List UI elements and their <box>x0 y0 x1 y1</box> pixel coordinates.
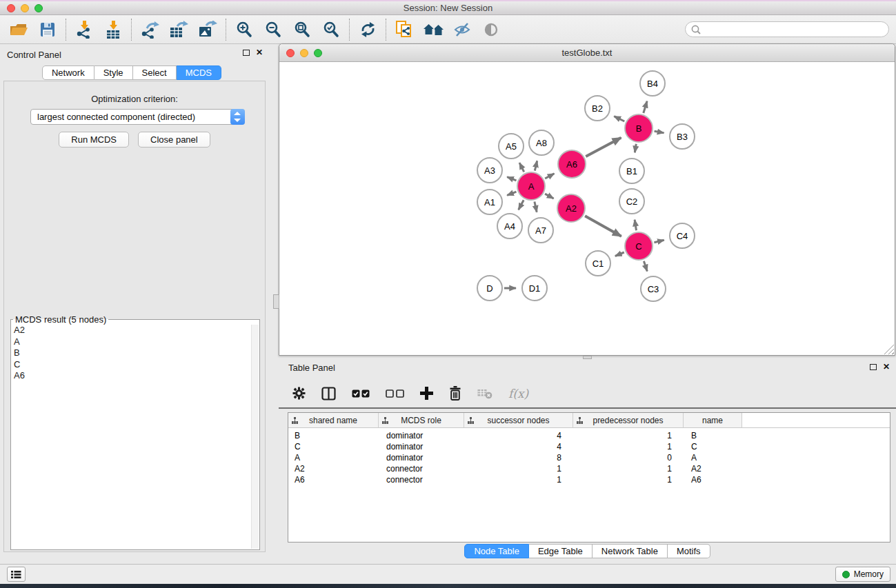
graph-edge-A-A3[interactable] <box>507 177 516 181</box>
graph-node-C[interactable]: C <box>624 232 653 261</box>
table-row[interactable]: A6connector11A6 <box>288 474 890 485</box>
graph-edge-B-B4[interactable] <box>644 101 647 113</box>
graph-edge-A-A6[interactable] <box>545 174 554 179</box>
duplicate-network-icon[interactable] <box>392 18 416 41</box>
graph-edge-A-A5[interactable] <box>519 163 524 172</box>
graph-edge-C-C1[interactable] <box>615 252 624 256</box>
zoom-fit-icon[interactable] <box>290 18 314 41</box>
tab-style[interactable]: Style <box>94 65 133 80</box>
float-panel-icon[interactable] <box>243 50 250 56</box>
graph-edge-A2-C[interactable] <box>585 216 621 236</box>
tab-edge-table[interactable]: Edge Table <box>529 544 593 558</box>
graph-node-B1[interactable]: B1 <box>619 158 645 184</box>
graph-edge-A-A2[interactable] <box>545 194 554 199</box>
result-scrollbar[interactable] <box>251 325 259 549</box>
result-item[interactable]: C <box>12 359 250 371</box>
graph-edge-C-C3[interactable] <box>644 261 647 272</box>
settings-gear-icon[interactable] <box>292 387 306 400</box>
graph-edge-A-A8[interactable] <box>535 161 537 170</box>
delete-column-icon[interactable] <box>449 386 461 401</box>
export-network-icon[interactable] <box>138 18 161 41</box>
result-item[interactable]: A <box>12 336 250 348</box>
select-all-icon[interactable] <box>352 389 370 398</box>
graph-edge-A-A4[interactable] <box>519 200 524 210</box>
graph-node-A3[interactable]: A3 <box>477 157 503 183</box>
split-divider-handle[interactable] <box>273 294 279 309</box>
tab-select[interactable]: Select <box>133 65 177 80</box>
tab-network[interactable]: Network <box>42 65 94 80</box>
graph-node-D1[interactable]: D1 <box>521 275 548 301</box>
graph-node-D[interactable]: D <box>477 275 503 301</box>
table-row[interactable]: Bdominator41B <box>288 430 890 441</box>
add-column-icon[interactable] <box>420 387 433 400</box>
graph-node-C1[interactable]: C1 <box>585 250 611 276</box>
result-item[interactable]: A6 <box>12 370 250 382</box>
graph-node-C2[interactable]: C2 <box>619 188 645 214</box>
refresh-icon[interactable] <box>356 18 379 41</box>
first-neighbors-icon[interactable] <box>421 18 445 41</box>
import-table-icon[interactable] <box>101 18 125 41</box>
tab-mcds[interactable]: MCDS <box>177 65 221 80</box>
zoom-in-icon[interactable] <box>232 18 256 41</box>
column-header-name[interactable]: name <box>684 413 742 427</box>
graph-node-A7[interactable]: A7 <box>528 217 554 243</box>
optimization-criterion-dropdown[interactable]: largest connected component (directed) <box>30 109 245 125</box>
close-panel-icon[interactable]: ✕ <box>256 49 263 56</box>
graph-edge-C-C4[interactable] <box>654 240 664 242</box>
graph-edge-A-A1[interactable] <box>507 192 516 195</box>
save-session-icon[interactable] <box>36 18 59 41</box>
graph-node-A[interactable]: A <box>517 172 546 201</box>
column-header-predecessor-nodes[interactable]: predecessor nodes <box>573 413 684 427</box>
show-all-icon[interactable] <box>479 18 503 41</box>
graph-node-A1[interactable]: A1 <box>477 189 503 215</box>
graph-edge-B-B3[interactable] <box>655 131 664 133</box>
graph-node-B[interactable]: B <box>624 114 653 143</box>
tab-motifs[interactable]: Motifs <box>668 544 710 558</box>
run-mcds-button[interactable]: Run MCDS <box>59 132 129 148</box>
graph-node-B3[interactable]: B3 <box>669 123 695 150</box>
network-canvas[interactable]: AA1A2A3A4A5A6A7A8BB1B2B3B4CC1C2C3C4DD1 <box>279 62 895 355</box>
deselect-all-icon[interactable] <box>386 389 404 398</box>
search-input[interactable] <box>704 23 883 36</box>
graph-edge-A-A7[interactable] <box>535 202 537 212</box>
graph-node-A4[interactable]: A4 <box>497 213 523 239</box>
close-panel-button[interactable]: Close panel <box>138 132 210 148</box>
graph-node-C3[interactable]: C3 <box>640 276 666 302</box>
graph-edge-B-B2[interactable] <box>614 116 624 121</box>
graph-node-B2[interactable]: B2 <box>584 95 610 121</box>
network-window-titlebar[interactable]: testGlobe.txt <box>279 44 895 62</box>
task-history-button[interactable] <box>7 567 26 582</box>
export-table-icon[interactable] <box>167 18 190 41</box>
tab-network-table[interactable]: Network Table <box>593 544 668 558</box>
graph-edge-B-B1[interactable] <box>635 144 636 153</box>
export-image-icon[interactable] <box>196 18 219 41</box>
float-table-panel-icon[interactable] <box>870 364 877 370</box>
column-view-icon[interactable] <box>321 387 336 401</box>
column-header-successor-nodes[interactable]: successor nodes <box>464 413 573 427</box>
graph-edge-A6-B[interactable] <box>586 138 621 156</box>
graph-node-A8[interactable]: A8 <box>528 130 555 156</box>
table-row[interactable]: Adominator80A <box>288 452 890 463</box>
open-file-icon[interactable] <box>7 18 30 41</box>
graph-node-B4[interactable]: B4 <box>639 70 666 97</box>
memory-label: Memory <box>854 569 884 579</box>
zoom-selected-icon[interactable] <box>319 18 343 41</box>
table-row[interactable]: Cdominator41C <box>288 441 890 452</box>
hide-selected-icon[interactable] <box>450 18 474 41</box>
toolbar-separator <box>66 19 66 41</box>
graph-node-A2[interactable]: A2 <box>557 194 586 223</box>
graph-node-A6[interactable]: A6 <box>557 150 586 179</box>
column-header-mcds-role[interactable]: MCDS role <box>379 413 464 427</box>
zoom-out-icon[interactable] <box>261 18 285 41</box>
graph-node-C4[interactable]: C4 <box>669 223 695 249</box>
memory-button[interactable]: Memory <box>835 567 890 582</box>
tab-node-table[interactable]: Node Table <box>464 544 529 558</box>
column-header-shared-name[interactable]: shared name <box>288 413 379 427</box>
graph-node-A5[interactable]: A5 <box>498 133 524 159</box>
import-network-icon[interactable] <box>72 18 96 41</box>
graph-edge-C-C2[interactable] <box>635 220 636 231</box>
close-table-panel-icon[interactable]: ✕ <box>883 363 890 370</box>
result-item[interactable]: B <box>12 347 250 359</box>
result-item[interactable]: A2 <box>12 325 250 336</box>
table-row[interactable]: A2connector11A2 <box>288 463 890 474</box>
